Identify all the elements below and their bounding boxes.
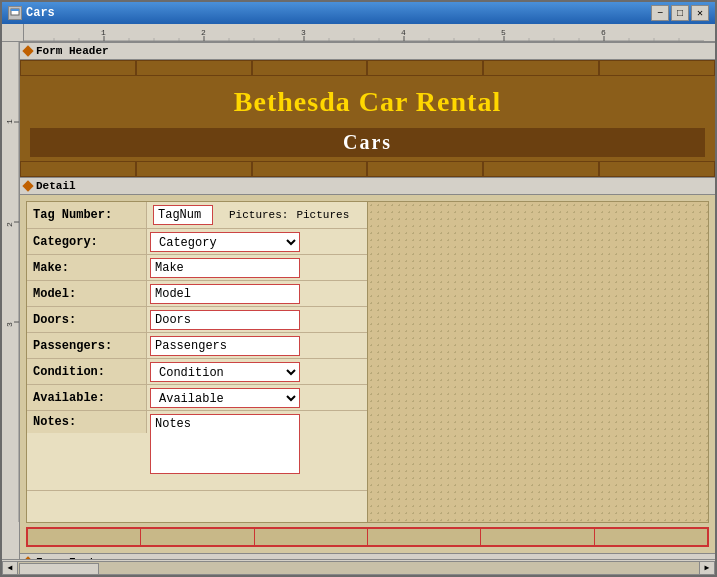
scroll-track[interactable]	[18, 561, 699, 575]
header-sub-title: Cars	[30, 131, 705, 154]
title-bar-left: Cars	[8, 6, 55, 20]
form-header-label: Form Header	[36, 45, 109, 57]
detail-bottom-bar	[26, 527, 709, 547]
category-label: Category:	[27, 229, 147, 254]
svg-text:1: 1	[5, 119, 14, 124]
passengers-input[interactable]	[150, 336, 300, 356]
detail-section-header: Detail	[20, 177, 715, 195]
detail-label: Detail	[36, 180, 76, 192]
passengers-row: Passengers:	[27, 333, 367, 359]
minimize-button[interactable]: −	[651, 5, 669, 21]
category-field: Category Economy Compact Mid-size Full-s…	[147, 229, 367, 254]
notes-label: Notes:	[27, 411, 147, 433]
available-row: Available: Available Yes No	[27, 385, 367, 411]
svg-text:2: 2	[201, 28, 206, 37]
model-label: Model:	[27, 281, 147, 306]
svg-text:1: 1	[101, 28, 106, 37]
right-grid-overlay	[368, 202, 708, 522]
condition-label: Condition:	[27, 359, 147, 384]
svg-text:6: 6	[601, 28, 606, 37]
doors-row: Doors:	[27, 307, 367, 333]
available-field: Available Yes No	[147, 385, 367, 410]
scroll-thumb[interactable]	[19, 563, 99, 575]
form-header-area: Bethesda Car Rental Cars	[20, 60, 715, 177]
category-select[interactable]: Category Economy Compact Mid-size Full-s…	[150, 232, 300, 252]
notes-textarea[interactable]: Notes	[150, 414, 300, 474]
notes-row: Notes: Notes	[27, 411, 367, 491]
title-bar-controls: − □ ✕	[651, 5, 709, 21]
pictures-input[interactable]	[296, 209, 351, 221]
header-bottom-grid	[20, 161, 715, 177]
detail-area: Tag Number: Pictures: Category:	[20, 195, 715, 553]
tag-number-field-area: Pictures:	[147, 202, 357, 228]
right-panel	[367, 202, 708, 522]
header-top-grid	[20, 60, 715, 76]
header-sub-container: Cars	[30, 128, 705, 157]
main-content: 1 2 3 Form Header	[2, 42, 715, 559]
available-label: Available:	[27, 385, 147, 410]
svg-rect-1	[11, 9, 19, 11]
pictures-static-label: Pictures:	[229, 209, 288, 221]
main-window: Cars − □ ✕ // ticks rendered via CSS pat…	[0, 0, 717, 577]
scroll-right-button[interactable]: ▶	[699, 561, 715, 575]
passengers-label: Passengers:	[27, 333, 147, 358]
svg-text:3: 3	[5, 322, 14, 327]
tag-number-label: Tag Number:	[27, 202, 147, 228]
header-title-container: Bethesda Car Rental	[20, 76, 715, 126]
title-bar: Cars − □ ✕	[2, 2, 715, 24]
svg-text:5: 5	[501, 28, 506, 37]
header-main-title: Bethesda Car Rental	[30, 80, 705, 124]
condition-field: Condition Excellent Good Fair Poor	[147, 359, 367, 384]
close-button[interactable]: ✕	[691, 5, 709, 21]
condition-select[interactable]: Condition Excellent Good Fair Poor	[150, 362, 300, 382]
window-icon	[8, 6, 22, 20]
vertical-ruler: 1 2 3	[2, 42, 20, 559]
condition-row: Condition: Condition Excellent Good Fair…	[27, 359, 367, 385]
tag-number-row: Tag Number: Pictures:	[27, 202, 367, 229]
svg-text:2: 2	[5, 222, 14, 227]
form-fields-area: Tag Number: Pictures: Category:	[27, 202, 367, 522]
tag-number-input[interactable]	[153, 205, 213, 225]
detail-diamond	[22, 180, 33, 191]
ruler-marks: // ticks rendered via CSS pattern 1 2 3 …	[24, 24, 704, 42]
make-input[interactable]	[150, 258, 300, 278]
form-area: Form Header Bethesda Car R	[20, 42, 715, 559]
available-select[interactable]: Available Yes No	[150, 388, 300, 408]
model-input[interactable]	[150, 284, 300, 304]
passengers-field	[147, 333, 367, 358]
notes-field: Notes	[147, 411, 367, 476]
horizontal-ruler: // ticks rendered via CSS pattern 1 2 3 …	[2, 24, 715, 42]
doors-label: Doors:	[27, 307, 147, 332]
category-row: Category: Category Economy Compact Mid-s…	[27, 229, 367, 255]
scroll-left-button[interactable]: ◀	[2, 561, 18, 575]
model-field	[147, 281, 367, 306]
vertical-ruler-marks: 1 2 3	[2, 42, 20, 522]
doors-field	[147, 307, 367, 332]
make-row: Make:	[27, 255, 367, 281]
svg-text:4: 4	[401, 28, 406, 37]
doors-input[interactable]	[150, 310, 300, 330]
window-title: Cars	[26, 6, 55, 20]
maximize-button[interactable]: □	[671, 5, 689, 21]
form-header-section-header: Form Header	[20, 42, 715, 60]
form-header-diamond	[22, 45, 33, 56]
make-label: Make:	[27, 255, 147, 280]
form-container: Form Header Bethesda Car R	[20, 42, 715, 559]
svg-text:3: 3	[301, 28, 306, 37]
make-field	[147, 255, 367, 280]
model-row: Model:	[27, 281, 367, 307]
detail-inner: Tag Number: Pictures: Category:	[26, 201, 709, 523]
horizontal-scrollbar: ◀ ▶	[2, 559, 715, 575]
